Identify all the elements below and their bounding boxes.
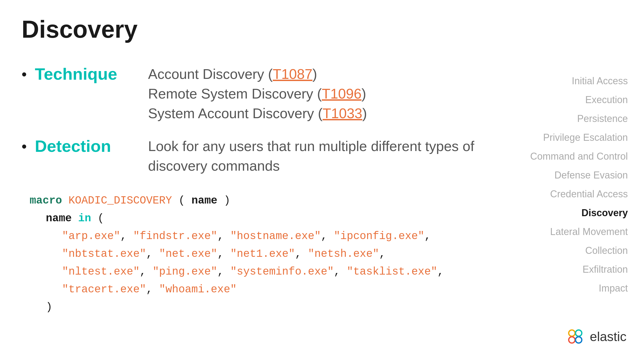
code-string-14: "whoami.exe" xyxy=(159,283,237,296)
code-string-2: "findstr.exe" xyxy=(133,230,217,242)
code-param-name: name xyxy=(191,195,217,207)
right-nav: Initial Access Execution Persistence Pri… xyxy=(530,75,628,294)
code-line-3: "arp.exe", "findstr.exe", "hostname.exe"… xyxy=(62,227,520,245)
code-string-8: "netsh.exe" xyxy=(308,248,379,260)
t1096-link[interactable]: T1096 xyxy=(322,86,361,101)
code-string-7: "net1.exe" xyxy=(230,248,295,260)
nav-command-and-control[interactable]: Command and Control xyxy=(530,151,628,162)
detection-section: • Detection Look for any users that run … xyxy=(22,136,520,176)
code-string-11: "systeminfo.exe" xyxy=(230,266,334,278)
elastic-icon xyxy=(566,327,585,346)
code-string-3: "hostname.exe" xyxy=(230,230,321,242)
nav-execution[interactable]: Execution xyxy=(530,94,628,106)
code-line-1: macro KOADIC_DISCOVERY ( name ) xyxy=(30,192,520,210)
bullet-dot-detection: • xyxy=(22,138,27,155)
technique-line-3: System Account Discovery (T1033) xyxy=(148,104,367,123)
svg-point-0 xyxy=(569,330,575,336)
code-line-6: "tracert.exe", "whoami.exe" xyxy=(62,281,520,299)
code-line-5: "nltest.exe", "ping.exe", "systeminfo.ex… xyxy=(62,263,520,281)
code-string-1: "arp.exe" xyxy=(62,230,120,242)
code-line-4: "nbtstat.exe", "net.exe", "net1.exe", "n… xyxy=(62,245,520,263)
code-string-4: "ipconfig.exe" xyxy=(334,230,424,242)
code-string-9: "nltest.exe" xyxy=(62,266,140,278)
code-string-6: "net.exe" xyxy=(159,248,217,260)
nav-collection[interactable]: Collection xyxy=(530,245,628,256)
t1033-link[interactable]: T1033 xyxy=(323,106,362,121)
nav-discovery[interactable]: Discovery xyxy=(530,207,628,219)
detection-content: Look for any users that run multiple dif… xyxy=(148,136,520,176)
bullet-dot-technique: • xyxy=(22,66,27,83)
page-title: Discovery xyxy=(22,16,520,43)
nav-lateral-movement[interactable]: Lateral Movement xyxy=(530,226,628,237)
elastic-logo: elastic xyxy=(566,327,626,346)
code-line-7: ) xyxy=(46,299,520,316)
nav-credential-access[interactable]: Credential Access xyxy=(530,188,628,200)
t1087-link[interactable]: T1087 xyxy=(273,66,312,82)
code-name-keyword: name xyxy=(46,212,72,225)
nav-impact[interactable]: Impact xyxy=(530,283,628,294)
code-line-2: name in ( xyxy=(46,210,520,227)
code-block: macro KOADIC_DISCOVERY ( name ) name in … xyxy=(30,192,520,316)
technique-section: • Technique Account Discovery (T1087) Re… xyxy=(22,64,520,123)
detection-label: Detection xyxy=(35,136,137,156)
svg-point-1 xyxy=(576,330,582,336)
technique-label: Technique xyxy=(35,64,137,83)
svg-point-3 xyxy=(576,337,582,343)
nav-initial-access[interactable]: Initial Access xyxy=(530,75,628,87)
technique-content: Account Discovery (T1087) Remote System … xyxy=(148,64,367,123)
svg-point-2 xyxy=(569,337,575,343)
code-string-13: "tracert.exe" xyxy=(62,283,146,296)
nav-privilege-escalation[interactable]: Privilege Escalation xyxy=(530,132,628,143)
code-string-5: "nbtstat.exe" xyxy=(62,248,146,260)
code-string-12: "tasklist.exe" xyxy=(347,266,437,278)
main-content: Discovery • Technique Account Discovery … xyxy=(22,16,520,316)
nav-persistence[interactable]: Persistence xyxy=(530,113,628,124)
nav-exfiltration[interactable]: Exfiltration xyxy=(530,264,628,275)
technique-line-1: Account Discovery (T1087) xyxy=(148,64,367,84)
technique-line-2: Remote System Discovery (T1096) xyxy=(148,84,367,104)
elastic-logo-text: elastic xyxy=(590,329,626,344)
nav-defense-evasion[interactable]: Defense Evasion xyxy=(530,170,628,181)
code-in-keyword: in xyxy=(78,212,91,225)
code-macro-keyword: macro xyxy=(30,195,62,207)
code-macro-name: KOADIC_DISCOVERY xyxy=(68,195,172,207)
code-string-10: "ping.exe" xyxy=(153,266,217,278)
